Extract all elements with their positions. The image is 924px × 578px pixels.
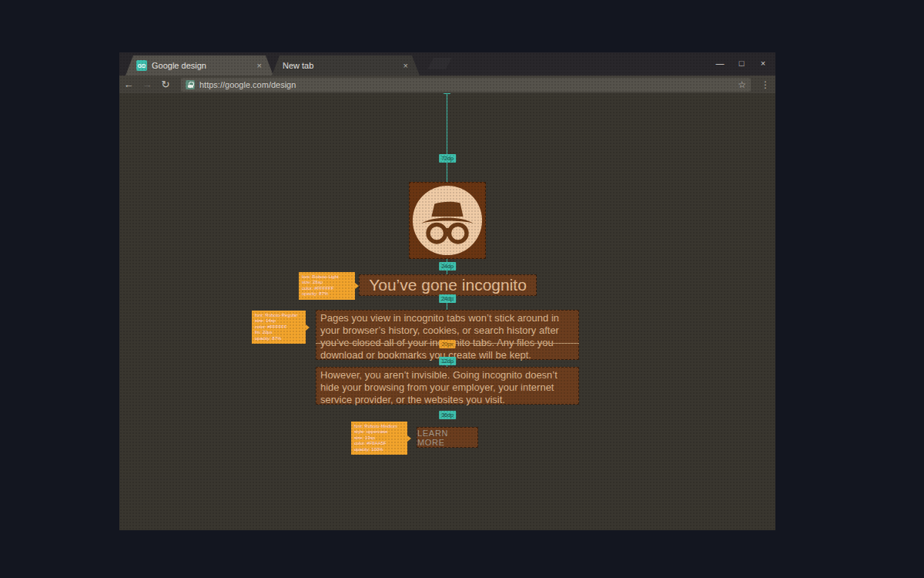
- forward-icon[interactable]: →: [138, 79, 156, 90]
- spacing-badge: 24dp: [439, 262, 456, 271]
- pointer-arrow-icon: [407, 435, 411, 442]
- body-spec-callout: font: Roboto-Regular size: 14sp color: #…: [252, 311, 306, 344]
- close-tab-icon[interactable]: ×: [256, 62, 263, 70]
- spec-line: style: uppercase: [354, 429, 404, 435]
- spec-line: color: #FFFFFF: [302, 286, 352, 291]
- spec-line: font: Roboto-Regular: [255, 313, 303, 318]
- incognito-paragraph-1: Pages you view in incognito tabs won’t s…: [316, 310, 579, 360]
- spec-line: size: 14sp: [255, 318, 303, 324]
- tab-label: Google design: [152, 61, 252, 70]
- spacing-badge: 12dp: [439, 357, 456, 365]
- spec-line: color: #F8AA5F: [354, 441, 404, 446]
- browser-toolbar: ← → ↻ https://google.com/design ☆ ⋮: [119, 76, 775, 93]
- minimize-icon[interactable]: —: [714, 59, 726, 68]
- pointer-arrow-icon: [355, 283, 359, 289]
- spacing-badge: 72dp: [439, 154, 456, 163]
- new-tab-button[interactable]: [427, 58, 452, 69]
- spec-line: lht: 20px: [255, 330, 303, 335]
- spacing-badge: 24dp: [439, 294, 456, 303]
- url-text[interactable]: https://google.com/design: [199, 80, 733, 89]
- spec-line: opacity: 87%: [302, 291, 352, 297]
- browser-window: GD Google design × New tab × — □ × ← → ↻…: [119, 52, 775, 530]
- lineheight-badge: 20px: [439, 340, 455, 348]
- learn-more-button[interactable]: LEARN MORE: [417, 427, 478, 448]
- secure-lock-icon[interactable]: [186, 80, 195, 89]
- maximize-icon[interactable]: □: [735, 59, 748, 68]
- spec-line: opacity: 87%: [255, 336, 303, 341]
- spec-line: size: 13sp: [354, 435, 404, 441]
- incognito-spy-icon: [409, 182, 486, 259]
- browser-menu-icon[interactable]: ⋮: [760, 78, 771, 92]
- back-icon[interactable]: ←: [119, 79, 138, 90]
- spec-line: font: Roboto-Light: [302, 274, 352, 280]
- spec-line: size: 26sp: [302, 280, 352, 285]
- spec-line: opacity: 100%: [354, 447, 404, 452]
- window-controls: — □ ×: [714, 55, 769, 71]
- title-spec-callout: font: Roboto-Light size: 26sp color: #FF…: [299, 272, 355, 300]
- spy-icon-graphic: [410, 183, 485, 258]
- tab-strip: GD Google design × New tab × — □ ×: [119, 52, 775, 76]
- reload-icon[interactable]: ↻: [156, 79, 175, 90]
- button-spec-callout: font: Roboto-Medium style: uppercase siz…: [351, 422, 407, 455]
- close-window-icon[interactable]: ×: [757, 59, 769, 68]
- bookmark-star-icon[interactable]: ☆: [738, 79, 746, 90]
- close-tab-icon[interactable]: ×: [403, 62, 409, 70]
- spacing-badge: 36dp: [439, 411, 456, 419]
- page-title: You’ve gone incognito: [359, 274, 537, 296]
- incognito-page: 72dp 24dp 24dp 20px 12dp 36dp You’ve gon…: [119, 93, 775, 530]
- spec-line: font: Roboto-Medium: [354, 424, 404, 429]
- spec-line: color: #FFFFFF: [255, 324, 303, 330]
- address-bar[interactable]: https://google.com/design ☆: [181, 78, 751, 92]
- incognito-paragraph-2: However, you aren’t invisible. Going inc…: [316, 367, 579, 405]
- google-design-favicon: GD: [136, 60, 147, 71]
- tab-label: New tab: [283, 61, 398, 70]
- tab-new-tab[interactable]: New tab ×: [272, 55, 420, 76]
- pointer-arrow-icon: [306, 324, 310, 331]
- tab-google-design[interactable]: GD Google design ×: [126, 55, 273, 76]
